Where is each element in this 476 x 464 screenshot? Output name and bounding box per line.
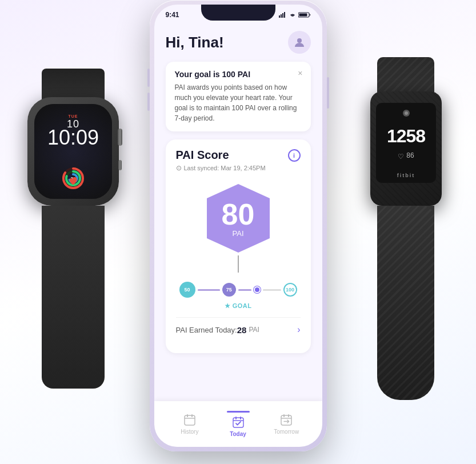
track-current-100 <box>263 289 281 291</box>
goal-text: ★ GOAL <box>225 302 252 309</box>
wifi-icon <box>289 12 296 18</box>
pai-score-value: 80 <box>222 199 255 229</box>
progress-section: 50 75 <box>176 282 301 298</box>
signal-icon <box>279 12 287 18</box>
history-tab-label: History <box>181 429 198 435</box>
apple-watch: TUE 10 10:09 <box>10 69 133 389</box>
phone-volume-down <box>147 93 150 111</box>
status-time: 9:41 <box>166 11 179 19</box>
watch-crown <box>118 129 122 146</box>
earned-chevron[interactable]: › <box>297 325 300 335</box>
pai-info-button[interactable]: i <box>288 149 301 162</box>
svg-rect-18 <box>233 418 243 427</box>
milestone-100: 100 <box>283 283 297 297</box>
milestone-75: 75 <box>222 283 236 297</box>
pai-card-title: PAI Score <box>176 149 229 162</box>
svg-rect-23 <box>283 414 285 417</box>
svg-rect-22 <box>281 415 291 425</box>
history-tab-icon <box>183 414 196 426</box>
svg-rect-8 <box>282 13 283 18</box>
phone-power-btn <box>327 77 329 109</box>
earned-value: 28 <box>237 325 247 335</box>
fitbit: 1258 ♡ 86 fitbit <box>353 57 459 394</box>
phone-notch <box>201 5 275 21</box>
tab-history[interactable]: History <box>166 414 214 435</box>
pai-hexagon: 80 PAI <box>201 181 275 255</box>
tab-bar: History Today <box>154 401 322 447</box>
tab-today[interactable]: Today <box>214 411 262 437</box>
status-icons <box>279 12 311 18</box>
watch-band-bottom <box>42 206 105 389</box>
phone: 9:41 <box>150 0 327 463</box>
current-position-marker <box>254 286 261 293</box>
fitbit-dot <box>403 110 410 117</box>
svg-rect-24 <box>288 414 289 417</box>
watch-body: TUE 10 10:09 <box>27 97 119 206</box>
svg-point-12 <box>297 38 302 43</box>
phone-volume-up <box>147 69 150 87</box>
fitbit-heart-value: 86 <box>406 151 414 159</box>
phone-content: Hi, Tina! Your goal is 100 PAI PAI award… <box>154 25 322 447</box>
milestone-100-label: 100 <box>286 287 294 293</box>
svg-rect-6 <box>279 15 280 18</box>
today-tab-label: Today <box>230 431 246 437</box>
svg-rect-7 <box>281 14 282 18</box>
fitbit-dot-inner <box>405 111 408 115</box>
progress-row: 50 75 <box>179 282 297 298</box>
battery-icon <box>298 12 311 18</box>
hex-container: 80 PAI <box>176 181 301 273</box>
goal-label: ★ GOAL <box>176 300 301 310</box>
svg-rect-20 <box>240 417 241 419</box>
pai-card: PAI Score i ⊙ Last synced: Mar 19, 2:45P… <box>166 139 311 353</box>
earned-unit: PAI <box>249 326 259 334</box>
avatar-button[interactable] <box>288 31 311 54</box>
info-card: Your goal is 100 PAI PAI awards you poin… <box>166 62 311 131</box>
tab-tomorrow[interactable]: Tomorrow <box>262 414 311 435</box>
greeting-row: Hi, Tina! <box>166 31 311 54</box>
sync-icon: ⊙ <box>176 164 182 172</box>
track-50-75 <box>198 289 220 291</box>
svg-rect-16 <box>191 414 193 417</box>
pai-card-header: PAI Score i <box>176 149 301 162</box>
fitbit-band-bottom <box>377 206 434 400</box>
fitbit-heart-icon: ♡ <box>398 153 404 161</box>
info-card-title: Your goal is 100 PAI <box>175 70 302 79</box>
svg-rect-15 <box>187 414 188 417</box>
fitbit-band-bottom-texture <box>377 206 434 400</box>
earned-label: PAI Earned Today: <box>176 326 237 334</box>
track-fill-current <box>238 289 252 291</box>
watch-screen: TUE 10 10:09 <box>34 104 112 199</box>
watch-side-button <box>118 160 122 170</box>
watch-rings: 20 <box>62 167 85 190</box>
greeting-text: Hi, Tina! <box>166 34 224 51</box>
scene: TUE 10 10:09 <box>0 0 476 464</box>
tomorrow-tab-label: Tomorrow <box>274 429 299 435</box>
today-tab-icon <box>232 416 245 429</box>
watch-screen-content: TUE 10 10:09 <box>34 104 112 199</box>
hex-stem <box>238 255 239 273</box>
fitbit-heart-row: ♡ 86 <box>398 150 414 161</box>
tab-active-indicator <box>227 411 250 413</box>
track-75-current <box>238 289 252 291</box>
svg-rect-9 <box>284 12 285 18</box>
watch-heart <box>69 177 78 189</box>
tomorrow-tab-icon <box>280 414 293 426</box>
pai-sync-text: Last synced: Mar 19, 2:45PM <box>184 165 266 171</box>
info-card-close[interactable]: × <box>298 69 302 78</box>
fitbit-body: 1258 ♡ 86 fitbit <box>370 91 442 206</box>
pai-earned-row[interactable]: PAI Earned Today: 28 PAI › <box>176 317 301 342</box>
watch-day: TUE <box>67 114 79 118</box>
fitbit-logo: fitbit <box>397 173 415 178</box>
watch-time: 10:09 <box>47 126 99 150</box>
milestone-50: 50 <box>179 282 195 298</box>
pai-info-icon: i <box>293 152 295 159</box>
pai-sync-row: ⊙ Last synced: Mar 19, 2:45PM <box>176 164 301 172</box>
svg-rect-19 <box>235 417 237 419</box>
svg-rect-11 <box>299 14 307 17</box>
info-card-body: PAI awards you points based on how much … <box>175 82 302 123</box>
milestone-50-label: 50 <box>184 287 190 293</box>
milestone-75-label: 75 <box>226 287 232 293</box>
fitbit-time: 1258 <box>387 126 425 147</box>
svg-rect-14 <box>185 415 195 425</box>
phone-screen: 9:41 <box>154 5 322 447</box>
